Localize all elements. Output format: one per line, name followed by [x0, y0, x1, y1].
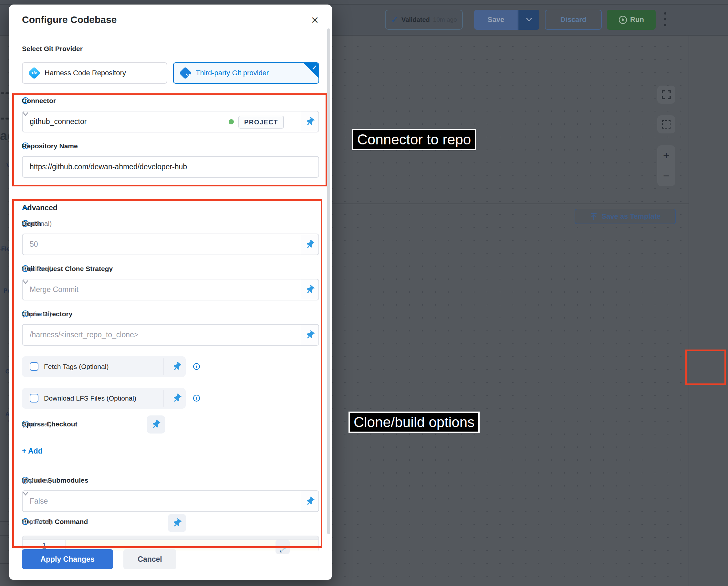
chevron-down-icon — [526, 18, 532, 22]
save-as-template-button[interactable]: Save as Template — [575, 209, 676, 224]
harness-code-icon: </> — [28, 67, 41, 79]
close-icon[interactable]: ✕ — [308, 13, 322, 27]
dialog-title: Configure Codebase — [22, 14, 116, 25]
panel-line — [0, 563, 9, 564]
zoom-out-button[interactable]: − — [663, 170, 670, 182]
panel-line — [0, 521, 9, 522]
provider-option-harness-code[interactable]: </> Harness Code Repository — [22, 62, 167, 84]
canvas-zoom-control[interactable]: + − — [657, 145, 675, 186]
save-split-button[interactable]: Save — [474, 10, 539, 30]
play-icon — [619, 16, 627, 24]
connector-dash — [1, 118, 4, 120]
panel-line — [0, 535, 9, 536]
save-dropdown-button[interactable] — [518, 10, 539, 30]
save-as-template-label: Save as Template — [601, 212, 660, 221]
run-button[interactable]: Run — [607, 10, 656, 30]
upload-icon — [590, 212, 598, 220]
annotation-box-connector — [12, 93, 327, 186]
connector-dash — [5, 118, 9, 120]
connector-dash — [1, 93, 4, 94]
validated-status-badge: ✓ Validated 10m ago — [385, 10, 463, 30]
apply-changes-button[interactable]: Apply Changes — [22, 549, 113, 569]
provider-option-third-party[interactable]: Third-party Git provider ✓ — [173, 62, 319, 84]
zoom-in-button[interactable]: + — [663, 149, 670, 162]
run-label: Run — [630, 16, 644, 24]
validated-label: Validated — [401, 16, 430, 24]
validated-time: 10m ago — [433, 16, 457, 23]
pipeline-studio-screen: ag ✓ Validated 10m ago Save Discard Run … — [0, 0, 728, 586]
git-provider-icon — [179, 67, 192, 79]
panel-line — [0, 481, 9, 481]
marquee-icon — [662, 120, 671, 129]
fullscreen-icon — [661, 90, 671, 100]
connector-dash — [5, 93, 9, 94]
dialog-scrollbar[interactable] — [327, 28, 330, 534]
more-options-menu[interactable] — [664, 12, 667, 26]
annotation-connector-to-repo: Connector to repo — [352, 129, 476, 150]
canvas-fit-button[interactable] — [657, 85, 675, 104]
stage-panel-divider — [332, 204, 688, 204]
check-icon: ✓ — [391, 15, 398, 25]
studio-right-sidebar — [688, 35, 728, 586]
discard-button[interactable]: Discard — [545, 10, 602, 30]
panel-line — [0, 502, 9, 502]
check-icon: ✓ — [312, 63, 317, 71]
annotation-box-advanced — [12, 199, 322, 548]
save-button[interactable]: Save — [474, 10, 518, 30]
annotation-clone-build-options: Clone/build options — [348, 412, 479, 433]
canvas-select-button[interactable] — [657, 115, 675, 133]
annotation-box-codebase — [685, 350, 726, 385]
cancel-button[interactable]: Cancel — [123, 549, 176, 569]
